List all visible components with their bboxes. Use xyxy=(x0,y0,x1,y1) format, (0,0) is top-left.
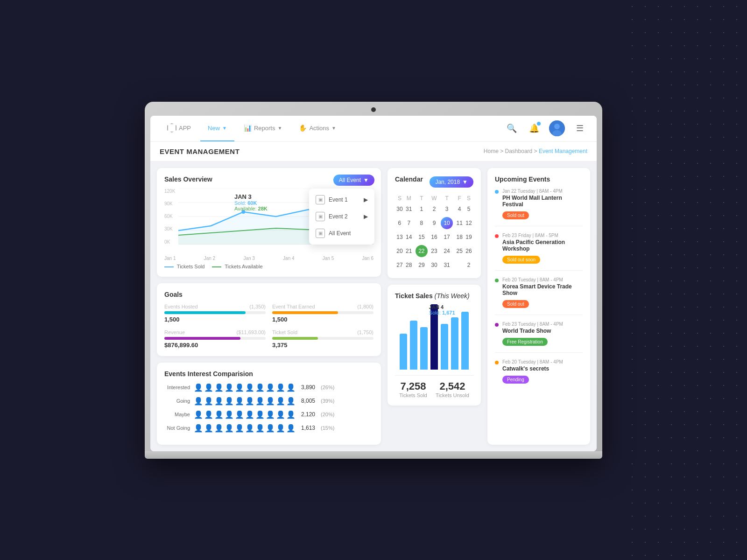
cal-day[interactable]: 15 xyxy=(414,231,430,243)
event-badge-5: Pending xyxy=(502,376,529,384)
person-empty: 👤 xyxy=(255,383,265,392)
cal-day[interactable]: 16 xyxy=(430,231,439,243)
cal-day[interactable]: 25 xyxy=(455,243,464,259)
cal-day[interactable]: 14 xyxy=(404,231,414,243)
person-empty: 👤 xyxy=(245,410,254,419)
top-nav: APP New ▼ 📊 Reports ▼ ✋ Actions ▼ xyxy=(150,116,597,142)
person-empty: 👤 xyxy=(266,410,275,419)
cal-day[interactable] xyxy=(455,259,464,271)
cal-day[interactable]: 22 xyxy=(414,243,430,259)
cal-day[interactable]: 1 xyxy=(414,203,430,215)
available-legend-dot xyxy=(212,266,221,267)
nav-item-actions[interactable]: ✋ Actions ▼ xyxy=(291,116,344,142)
person-filled: 👤 xyxy=(194,410,203,419)
chart-y-labels: 120K90K60K30K0K xyxy=(164,189,175,245)
cal-day[interactable]: 12 xyxy=(464,215,473,231)
search-button[interactable]: 🔍 xyxy=(504,121,519,136)
cal-day[interactable]: 26 xyxy=(464,243,473,259)
cal-day[interactable]: 21 xyxy=(404,243,414,259)
chevron-down-icon-actions: ▼ xyxy=(331,126,336,131)
menu-button[interactable]: ☰ xyxy=(572,121,587,136)
cal-header-t1: T xyxy=(414,193,430,203)
calendar-grid: S M T W T F S 30 xyxy=(395,193,473,271)
person-empty: 👤 xyxy=(286,424,296,433)
dropdown-arrow: ▼ xyxy=(363,177,369,183)
cal-day[interactable]: 24 xyxy=(439,243,455,259)
goals-title: Goals xyxy=(164,291,374,298)
cal-day[interactable]: 30 xyxy=(395,203,404,215)
cal-day[interactable]: 4 xyxy=(455,203,464,215)
nav-item-reports[interactable]: 📊 Reports ▼ xyxy=(236,116,289,142)
cal-day[interactable]: 7 xyxy=(404,215,414,231)
chart-x-labels: Jan 1Jan 2Jan 3Jan 4Jan 5Jan 6 xyxy=(164,256,374,261)
all-event-dropdown[interactable]: All Event ▼ xyxy=(333,175,374,186)
event-info-1: Jan 22 Tuesday | 8AM - 4PM PH World Mall… xyxy=(502,189,583,219)
goal-label-4: Ticket Sold (1,750) xyxy=(272,329,374,335)
cal-day[interactable]: 2 xyxy=(464,259,473,271)
cal-week-4: 20 21 22 23 24 25 26 xyxy=(395,243,473,259)
breadcrumb-current: Event Management xyxy=(539,148,587,154)
month-selector[interactable]: Jan, 2018 ▼ xyxy=(430,176,473,188)
goal-value-1: 1,500 xyxy=(164,316,266,323)
notification-button[interactable]: 🔔 xyxy=(527,121,542,136)
event-badge-2: Sold out soon xyxy=(502,256,540,264)
cal-day[interactable]: 11 xyxy=(455,215,464,231)
person-empty: 👤 xyxy=(276,383,285,392)
cal-day[interactable]: 19 xyxy=(464,231,473,243)
person-empty: 👤 xyxy=(276,397,285,406)
nav-item-new[interactable]: New ▼ xyxy=(200,116,234,142)
cal-day[interactable]: 8 xyxy=(414,215,430,231)
left-column: Sales Overview All Event ▼ ▣ Event 1 ▶ xyxy=(157,168,381,445)
total-sold-num: 7,258 xyxy=(399,380,427,392)
actions-label: Actions xyxy=(309,125,329,132)
nav-app[interactable]: APP xyxy=(160,116,198,142)
cal-day[interactable]: 23 xyxy=(430,243,439,259)
actions-icon: ✋ xyxy=(299,124,307,132)
bar-tooltip-date: JAN 4 xyxy=(429,304,455,310)
cal-day[interactable]: 31 xyxy=(439,259,455,271)
event-name-1: PH World Mall Lantern Festival xyxy=(502,195,583,208)
cal-day[interactable]: 10 xyxy=(439,215,455,231)
calendar-card: Calendar Jan, 2018 ▼ S M T W xyxy=(388,168,481,278)
cal-week-5: 27 28 29 30 31 2 xyxy=(395,259,473,271)
cal-day[interactable]: 28 xyxy=(404,259,414,271)
person-icons-1: 👤 👤 👤 👤 👤 👤 👤 👤 👤 👤 xyxy=(194,383,296,392)
cal-day[interactable]: 17 xyxy=(439,231,455,243)
user-avatar[interactable] xyxy=(549,120,565,136)
interest-count-2: 8,005 xyxy=(301,398,315,404)
goal-events-hosted: Events Hosted (1,350) 1,500 xyxy=(164,304,266,323)
event2-option[interactable]: ▣ Event 2 ▶ xyxy=(309,208,374,225)
cal-week-3: 13 14 15 16 17 18 19 xyxy=(395,231,473,243)
cal-day[interactable]: 31 xyxy=(404,203,414,215)
event1-option[interactable]: ▣ Event 1 ▶ xyxy=(309,191,374,208)
person-icons-3: 👤 👤 👤 👤 👤 👤 👤 👤 👤 👤 xyxy=(194,410,296,419)
goal-revenue: Revenue ($11,693.00) $876,899.60 xyxy=(164,329,266,349)
event-datetime-4: Feb 23 Tuesday | 8AM - 4PM xyxy=(502,322,563,327)
cal-day[interactable]: 27 xyxy=(395,259,404,271)
all-event-option[interactable]: ▣ All Event xyxy=(309,225,374,242)
cal-day[interactable]: 29 xyxy=(414,259,430,271)
interest-count-1: 3,890 xyxy=(301,384,315,391)
person-empty: 👤 xyxy=(245,383,254,392)
event-item-1: Jan 22 Tuesday | 8AM - 4PM PH World Mall… xyxy=(495,189,583,226)
cal-day[interactable]: 2 xyxy=(430,203,439,215)
month-arrow: ▼ xyxy=(462,179,468,185)
cal-day[interactable]: 18 xyxy=(455,231,464,243)
goal-bar-3 xyxy=(164,337,240,340)
cal-day[interactable]: 13 xyxy=(395,231,404,243)
person-empty: 👤 xyxy=(235,383,244,392)
person-empty: 👤 xyxy=(225,383,234,392)
cal-day[interactable]: 30 xyxy=(430,259,439,271)
total-unsold-num: 2,542 xyxy=(436,380,469,392)
cal-day[interactable]: 6 xyxy=(395,215,404,231)
cal-day[interactable]: 9 xyxy=(430,215,439,231)
cal-day[interactable]: 20 xyxy=(395,243,404,259)
bar-5 xyxy=(441,324,448,370)
nav-left: APP New ▼ 📊 Reports ▼ ✋ Actions ▼ xyxy=(160,116,344,142)
cal-week-1: 30 31 1 2 3 4 5 xyxy=(395,203,473,215)
person-icons-4: 👤 👤 👤 👤 👤 👤 👤 👤 👤 👤 xyxy=(194,424,296,433)
bar-6 xyxy=(451,317,458,370)
cal-day[interactable]: 5 xyxy=(464,203,473,215)
interest-count-3: 2,120 xyxy=(301,411,315,418)
cal-day[interactable]: 3 xyxy=(439,203,455,215)
